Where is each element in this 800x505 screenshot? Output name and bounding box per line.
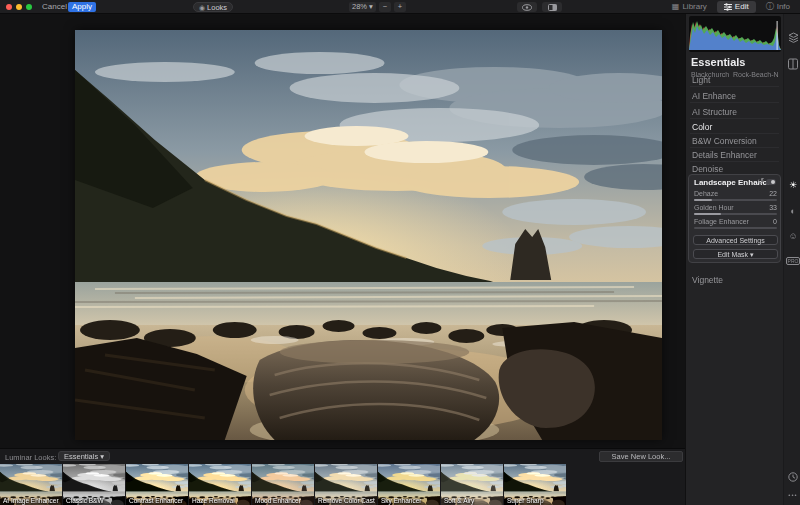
looks-button[interactable]: ◉Looks [193, 2, 233, 12]
before-after-icon [548, 4, 557, 11]
slider-track[interactable] [694, 213, 777, 215]
zoom-out-button[interactable]: − [379, 2, 391, 12]
grid-icon: ▦ [672, 1, 680, 13]
minimize-window-button[interactable] [16, 4, 22, 10]
preset-label: AI Image Enhancer [3, 497, 59, 504]
golden-hour-slider[interactable]: Golden Hour 33 [694, 204, 777, 217]
looks-icon: ◉ [199, 4, 205, 11]
close-window-button[interactable] [6, 4, 12, 10]
compare-button[interactable] [542, 2, 562, 12]
tab-library[interactable]: ▦Library [665, 1, 714, 13]
advanced-settings-button[interactable]: Advanced Settings [693, 235, 778, 245]
edit-original-button[interactable] [784, 58, 800, 70]
preset-label: Mood Enhancer [255, 497, 301, 504]
save-new-look-button[interactable]: Save New Look... [599, 451, 683, 462]
layers-button[interactable] [784, 32, 800, 43]
landscape-photo [75, 30, 662, 440]
dehaze-slider[interactable]: Dehaze 22 [694, 190, 777, 203]
top-toolbar: Cancel Apply ◉Looks 28% ▾ − + ▦Library E… [0, 0, 800, 14]
filter-visibility-toggle[interactable] [766, 179, 776, 185]
preset-label: Super Sharp [507, 497, 544, 504]
golden-hour-value: 33 [769, 204, 777, 211]
preset-ai-image-enhancer[interactable]: AI Image Enhancer [0, 464, 62, 505]
dehaze-value: 22 [769, 190, 777, 197]
divider [690, 133, 779, 134]
tab-info[interactable]: ⓘInfo [759, 1, 797, 13]
tab-edit[interactable]: Edit [717, 1, 756, 13]
preset-sky-enhancer[interactable]: Sky Enhancer [378, 464, 440, 505]
history-button[interactable] [784, 472, 800, 482]
zoom-in-button[interactable]: + [394, 2, 406, 12]
divider [690, 161, 779, 162]
divider [690, 86, 779, 87]
slider-track[interactable] [694, 199, 777, 201]
preset-thumbnails: AI Image Enhancer Classic B&W Contrast E… [0, 464, 567, 505]
preset-soft-airy[interactable]: Soft & Airy [441, 464, 503, 505]
portrait-tab-icon[interactable]: ☺ [784, 231, 800, 241]
slider-track[interactable] [694, 227, 777, 229]
creative-tab-icon[interactable]: ◐ [784, 206, 800, 216]
split-view-icon [788, 58, 798, 70]
eye-icon [522, 4, 532, 11]
view-controls [517, 2, 562, 12]
quick-preview-button[interactable] [517, 2, 537, 12]
pro-tab-icon[interactable]: PRO [784, 255, 800, 265]
preset-contrast-enhancer[interactable]: Contrast Enhancer [126, 464, 188, 505]
looks-strip: Luminar Looks: Essentials ▾ Save New Loo… [0, 448, 685, 505]
image-canvas-area [0, 14, 685, 448]
dehaze-label: Dehaze [694, 190, 718, 197]
preset-remove-color-cast[interactable]: Remove Color Cast [315, 464, 377, 505]
zoom-window-button[interactable] [26, 4, 32, 10]
preset-label: Remove Color Cast [318, 497, 375, 504]
luminar-app-window: Cancel Apply ◉Looks 28% ▾ − + ▦Library E… [0, 0, 800, 505]
filter-details-enhancer[interactable]: Details Enhancer [692, 150, 757, 161]
histogram[interactable] [689, 16, 781, 52]
workspace-tabs: ▦Library Edit ⓘInfo [665, 1, 797, 13]
preset-label: Haze Removal [192, 497, 235, 504]
window-controls [6, 4, 32, 10]
workspace-title: Essentials [691, 56, 745, 68]
filter-ai-enhance[interactable]: AI Enhance [692, 91, 736, 102]
looks-collection-dropdown[interactable]: Essentials ▾ [58, 451, 110, 461]
essentials-tab-icon[interactable]: ☀ [784, 180, 800, 190]
cancel-button[interactable]: Cancel [42, 1, 67, 13]
edit-sidebar: Essentials Blackchurch_Rock-Beach-N... L… [685, 14, 800, 505]
preset-haze-removal[interactable]: Haze Removal [189, 464, 251, 505]
preset-classic-bw[interactable]: Classic B&W [63, 464, 125, 505]
sliders-icon [724, 3, 732, 11]
preset-label: Sky Enhancer [381, 497, 421, 504]
filter-bw-conversion[interactable]: B&W Conversion [692, 136, 757, 147]
reset-filter-icon[interactable]: ↺ [757, 177, 764, 186]
foliage-enhancer-value: 0 [773, 218, 777, 225]
edit-mask-button[interactable]: Edit Mask ▾ [693, 249, 778, 259]
filter-ai-structure[interactable]: AI Structure [692, 107, 737, 118]
preset-mood-enhancer[interactable]: Mood Enhancer [252, 464, 314, 505]
info-icon: ⓘ [766, 1, 774, 13]
filter-color[interactable]: Color [692, 122, 712, 133]
filter-vignette[interactable]: Vignette [692, 275, 723, 286]
side-tool-strip: ☀ ◐ ☺ PRO ••• [783, 14, 800, 505]
foliage-enhancer-label: Foliage Enhancer [694, 218, 749, 225]
divider [690, 118, 779, 119]
landscape-enhancer-panel: Landscape Enhancer ↺ Dehaze 22 Golden Ho… [688, 174, 781, 263]
divider [690, 102, 779, 103]
clock-icon [788, 472, 798, 482]
preset-label: Contrast Enhancer [129, 497, 183, 504]
foliage-enhancer-slider[interactable]: Foliage Enhancer 0 [694, 218, 777, 231]
divider [690, 147, 779, 148]
preset-label: Classic B&W [66, 497, 104, 504]
more-options-button[interactable]: ••• [784, 490, 800, 500]
preset-super-sharp[interactable]: Super Sharp [504, 464, 566, 505]
zoom-level-dropdown[interactable]: 28% ▾ [349, 2, 376, 12]
photo-canvas[interactable] [75, 30, 662, 440]
filter-light[interactable]: Light [692, 75, 710, 86]
apply-button[interactable]: Apply [68, 2, 96, 12]
layers-icon [788, 32, 799, 43]
luminar-looks-label: Luminar Looks: [5, 453, 56, 462]
preset-label: Soft & Airy [444, 497, 474, 504]
zoom-controls: 28% ▾ − + [349, 2, 406, 12]
golden-hour-label: Golden Hour [694, 204, 734, 211]
